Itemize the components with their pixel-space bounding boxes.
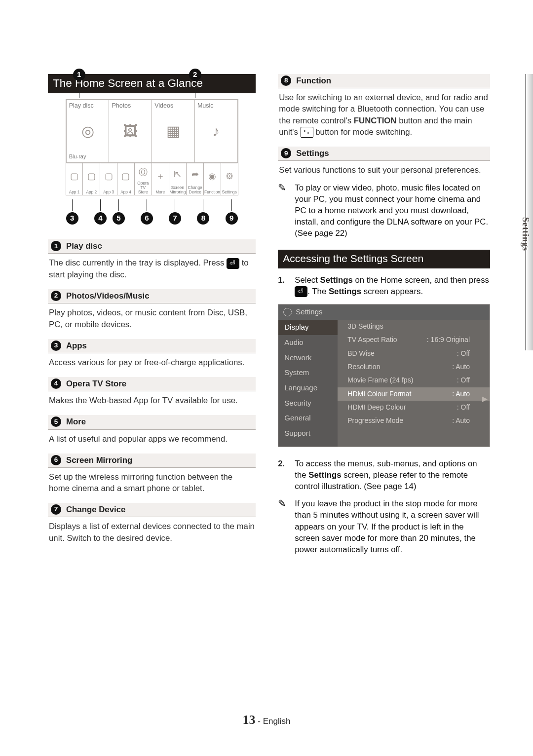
photos-icon: 🖼 (109, 121, 152, 142)
item-8-heading: 8Function (278, 74, 490, 88)
item-7-body: Displays a list of external devices conn… (49, 521, 255, 543)
note-icon: ✎ (278, 182, 290, 193)
function-icon: ◉ (204, 164, 220, 189)
callout-9: 9 (226, 212, 238, 225)
change-device-icon: ➦ (187, 164, 203, 185)
settings-row: Movie Frame (24 fps): Off (338, 374, 490, 387)
settings-row: HDMI Deep Colour: Off (338, 401, 490, 414)
settings-side-item: Network (278, 350, 338, 366)
callout-4: 4 (94, 212, 107, 225)
settings-row: TV Aspect Ratio: 16:9 Original (338, 333, 490, 346)
callout-3: 3 (66, 212, 78, 225)
item-7-heading: 7Change Device (48, 503, 256, 517)
chevron-right-icon: ▸ (482, 391, 488, 406)
tile-photos: Photos (112, 102, 131, 110)
tile-music: Music (197, 102, 214, 110)
settings-row: HDMI Colour Format: Auto (338, 387, 490, 401)
settings-side-item: Language (278, 380, 338, 396)
settings-side-item: Audio (278, 335, 338, 350)
note-screensaver: ✎ If you leave the product in the stop m… (278, 498, 490, 555)
settings-side-item: System (278, 365, 338, 380)
callout-5: 5 (113, 212, 125, 225)
mirror-icon: ⇱ (170, 164, 186, 185)
item-5-body: A list of useful and popular apps we rec… (49, 433, 255, 445)
settings-side-item: Security (278, 396, 338, 411)
home-screen-diagram: 1 2 Play disc ◎ (48, 99, 256, 225)
disc-icon: ◎ (67, 121, 109, 142)
item-5-heading: 5More (48, 415, 256, 429)
bluray-label: Blu-ray (69, 153, 86, 160)
item-9-body: Set various functions to suit your perso… (279, 164, 489, 176)
note-icon: ✎ (278, 498, 290, 509)
item-8-body: Use for switching to an external device,… (279, 92, 489, 138)
app-icon: ▢ (83, 164, 99, 189)
settings-row: Progressive Mode: Auto (338, 414, 490, 427)
enter-icon (295, 286, 307, 297)
app-icon: ▢ (101, 164, 116, 189)
item-6-heading: 6Screen Mirroring (48, 454, 256, 468)
item-1-heading: 1Play disc (48, 239, 256, 254)
videos-icon: ▦ (152, 121, 194, 142)
item-6-body: Set up the wireless mirroring function b… (49, 471, 255, 494)
step-2: 2. To access the menus, sub-menus, and o… (278, 458, 490, 492)
settings-shot-title: Settings (296, 307, 322, 317)
item-2-heading: 2Photos/Videos/Music (48, 289, 256, 303)
source-icon (301, 127, 313, 138)
section-heading-access: Accessing the Settings Screen (278, 250, 490, 268)
callout-8: 8 (197, 212, 209, 225)
callout-2: 2 (189, 69, 201, 81)
page-footer: 13 - English (0, 711, 533, 729)
item-9-heading: 9Settings (278, 147, 490, 161)
tile-play-disc: Play disc (69, 102, 94, 110)
settings-row: 3D Settings (338, 320, 490, 333)
item-4-body: Makes the Web-based App for TV available… (49, 395, 255, 406)
settings-row: BD Wise: Off (338, 347, 490, 360)
enter-icon (227, 258, 239, 269)
note-dlna: ✎ To play or view video, photo, music fi… (278, 182, 490, 239)
settings-side-item: Display (278, 320, 338, 335)
callout-6: 6 (141, 212, 153, 225)
step-1: 1. Select Settings on the Home screen, a… (278, 274, 490, 298)
tile-videos: Videos (154, 102, 173, 110)
callout-1: 1 (73, 69, 85, 81)
item-3-body: Access various for pay or free-of-charge… (49, 357, 255, 368)
callout-7: 7 (169, 212, 181, 225)
item-4-heading: 4Opera TV Store (48, 377, 256, 391)
music-icon: ♪ (195, 121, 237, 142)
item-3-heading: 3Apps (48, 339, 256, 353)
settings-screenshot: Settings DisplayAudioNetworkSystemLangua… (278, 304, 490, 447)
more-icon: ＋ (152, 164, 168, 189)
settings-side-item: Support (278, 426, 338, 441)
section-thumb-tab: Settings (519, 217, 532, 251)
home-apps-row: ▢App 1 ▢App 2 ▢App 3 ▢App 4 ⓄOpera TV St… (66, 163, 238, 195)
opera-icon: Ⓞ (135, 164, 151, 180)
settings-icon: ⚙ (222, 164, 237, 189)
item-1-body: The disc currently in the tray is displa… (49, 257, 255, 280)
item-2-body: Play photos, videos, or music content fr… (49, 307, 255, 330)
gear-icon (283, 308, 292, 316)
app-icon: ▢ (67, 164, 82, 189)
settings-row: Resolution: Auto (338, 360, 490, 374)
app-icon: ▢ (118, 164, 134, 189)
settings-side-item: General (278, 411, 338, 426)
